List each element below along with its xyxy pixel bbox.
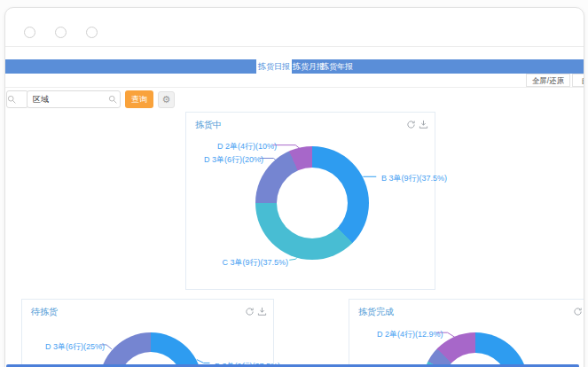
region-input[interactable]: 区域: [27, 90, 121, 108]
dashboard-screen: 拣货日报 拣货月报 拣货年报 全屏/还原 自动刷新 区域: [0, 0, 588, 367]
nav-bar: 拣货日报 拣货月报 拣货年报: [5, 59, 584, 74]
panel-title: 拣货中: [195, 119, 222, 131]
slice-label-d3: D 3单(6行)(25%): [45, 341, 98, 353]
gear-icon: ⚙: [162, 94, 171, 105]
slice-label-d2: D 2单(4行)(10%): [217, 141, 271, 152]
tab-yearly-report[interactable]: 拣货年报: [319, 59, 355, 74]
download-icon[interactable]: [257, 307, 267, 316]
slice-label-c: C 3单(9行)(37.5%): [222, 257, 288, 269]
window-control-icon[interactable]: [55, 27, 67, 38]
panel-title: 拣货完成: [358, 306, 394, 318]
filter-bar: 区域 查询 ⚙: [5, 88, 584, 111]
search-input[interactable]: [6, 90, 28, 108]
tab-daily-report[interactable]: 拣货日报: [256, 58, 292, 75]
search-icon: [7, 95, 17, 105]
search-icon: [108, 95, 118, 105]
titlebar-divider: [5, 46, 584, 47]
panel-pending-picking: 待拣货 D 3单(6行)(25%) B 3单(9行)(37.5%): [21, 299, 274, 367]
panel-picking-in-progress: 拣货中 B 3单(9行)(37.5%) C 3单(9行)(37.5%) D 3单…: [185, 112, 435, 290]
refresh-icon[interactable]: [245, 307, 255, 316]
browser-window-frame: 拣货日报 拣货月报 拣货年报 全屏/还原 自动刷新 区域: [4, 7, 584, 367]
download-icon[interactable]: [419, 120, 428, 129]
slice-label-b: B 3单(9行)(37.5%): [381, 173, 447, 184]
toolbar: 全屏/还原 自动刷新: [5, 74, 584, 88]
window-control-icon[interactable]: [24, 27, 35, 38]
panel-title: 待拣货: [31, 306, 58, 318]
region-input-value: 区域: [33, 95, 49, 104]
panel-picking-complete: 拣货完成 D 2单(4行)(12.9%): [349, 299, 584, 367]
slice-label-d3: D 3单(6行)(20%): [204, 154, 258, 166]
refresh-icon[interactable]: [573, 307, 583, 316]
window-control-icon[interactable]: [86, 27, 98, 38]
refresh-icon[interactable]: [406, 120, 416, 129]
query-button[interactable]: 查询: [125, 90, 153, 108]
auto-refresh-button[interactable]: 自动刷新: [572, 74, 584, 87]
settings-button[interactable]: ⚙: [158, 91, 175, 108]
fullscreen-restore-button[interactable]: 全屏/还原: [526, 74, 570, 87]
slice-label-d2: D 2单(4行)(12.9%): [377, 329, 435, 340]
donut-hole: [277, 168, 348, 238]
